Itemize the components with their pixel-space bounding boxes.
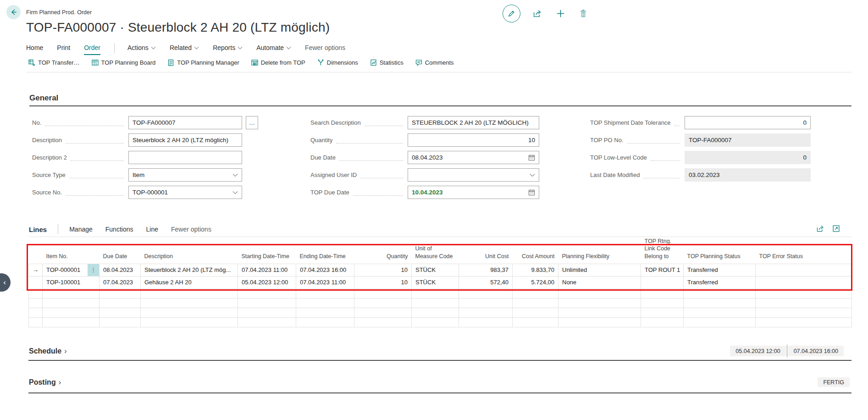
lines-menu-manage[interactable]: Manage [69, 226, 93, 233]
lines-menu-line[interactable]: Line [146, 226, 158, 233]
cell-due-date[interactable]: 07.04.2023 [100, 276, 141, 288]
source-no-select[interactable]: TOP-000001 [128, 186, 242, 199]
col-uom-code[interactable]: Unit of Measure Code [412, 238, 459, 264]
calendar-icon[interactable] [528, 154, 535, 161]
dimensions-branch-icon [317, 59, 324, 66]
order-actionbar: TOP Transfer… TOP Planning Board TOP Pla… [28, 59, 466, 66]
col-ending-datetime[interactable]: Ending Date-Time [296, 238, 354, 264]
cell-unit-cost[interactable]: 572,40 [459, 276, 513, 288]
top-shipment-tolerance-field[interactable]: 0 [685, 116, 811, 129]
menu-print[interactable]: Print [57, 43, 70, 54]
col-top-error-status[interactable]: TOP Error Status [756, 238, 852, 264]
description2-field[interactable] [128, 151, 242, 164]
due-date-field[interactable]: 08.04.2023 [408, 151, 539, 164]
dotted-leader [674, 119, 680, 126]
top-low-level-code-label: TOP Low-Level Code [590, 154, 647, 161]
dotted-leader [365, 119, 403, 126]
back-button[interactable] [6, 5, 21, 19]
menu-reports[interactable]: Reports [213, 43, 243, 54]
lines-menu-fewer-options[interactable]: Fewer options [171, 226, 211, 233]
delete-button[interactable] [577, 8, 589, 20]
source-type-select[interactable]: Item [128, 168, 242, 182]
col-cost-amount[interactable]: Cost Amount [513, 238, 558, 264]
col-top-rtng-link[interactable]: TOP Rtng. Link Code Belong to [641, 238, 684, 264]
col-unit-cost[interactable]: Unit Cost [459, 238, 513, 264]
cell-ending-datetime[interactable]: 07.04.2023 16:00 [296, 264, 354, 276]
action-dimensions[interactable]: Dimensions [317, 59, 358, 66]
search-description-field[interactable]: STEUERBLOCK 2 AH 20 (LTZ MÖGLICH) [408, 116, 539, 129]
quantity-label: Quantity [310, 137, 332, 144]
col-due-date[interactable]: Due Date [100, 238, 141, 264]
col-top-planning-status[interactable]: TOP Planning Status [684, 238, 756, 264]
cell-planning-flexibility[interactable]: None [558, 276, 641, 288]
calendar-icon[interactable] [528, 189, 535, 196]
col-planning-flexibility[interactable]: Planning Flexibility [558, 238, 641, 264]
cell-ending-datetime[interactable]: 07.04.2023 11:00 [296, 276, 354, 288]
menu-home[interactable]: Home [26, 43, 43, 54]
cell-top-planning-status[interactable]: Transferred [684, 276, 756, 288]
cell-starting-datetime[interactable]: 07.04.2023 11:00 [238, 264, 296, 276]
menu-actions[interactable]: Actions [127, 43, 156, 54]
menu-automate[interactable]: Automate [256, 43, 291, 54]
search-description-label: Search Description [310, 119, 361, 126]
description-field[interactable]: Steuerblock 2 AH 20 (LTZ möglich) [128, 133, 242, 147]
cell-top-rtng-link[interactable] [641, 276, 684, 288]
general-section-heading[interactable]: General [29, 94, 58, 103]
menu-related[interactable]: Related [170, 43, 199, 54]
cell-description[interactable]: Gehäuse 2 AH 20 [141, 276, 238, 288]
action-statistics[interactable]: Statistics [370, 59, 404, 66]
cell-starting-datetime[interactable]: 05.04.2023 12:00 [238, 276, 296, 288]
col-item-no[interactable]: Item No. [43, 238, 100, 264]
trash-icon [579, 9, 587, 18]
cell-cost-amount[interactable]: 9.833,70 [513, 264, 558, 276]
lines-heading[interactable]: Lines [29, 226, 47, 233]
assigned-user-select[interactable] [408, 168, 539, 182]
statistics-chart-icon [370, 59, 377, 66]
cell-top-rtng-link[interactable]: TOP ROUT 1 [641, 264, 684, 276]
lines-menu-functions[interactable]: Functions [105, 226, 133, 233]
new-button[interactable] [554, 8, 566, 20]
action-top-planning-board[interactable]: TOP Planning Board [92, 59, 156, 66]
last-date-modified-label: Last Date Modified [590, 171, 640, 178]
schedule-section-heading[interactable]: Schedule › [29, 347, 66, 355]
cell-due-date[interactable]: 08.04.2023 [100, 264, 141, 276]
source-type-label: Source Type [32, 171, 66, 178]
cell-quantity[interactable]: 10 [354, 276, 412, 288]
menu-order[interactable]: Order [84, 43, 100, 55]
col-quantity[interactable]: Quantity [354, 238, 412, 264]
action-top-transfer[interactable]: TOP Transfer… [28, 59, 80, 66]
cell-planning-flexibility[interactable]: Unlimited [558, 264, 641, 276]
cell-top-error-status[interactable] [756, 264, 852, 276]
col-starting-datetime[interactable]: Starting Date-Time [238, 238, 296, 264]
action-top-planning-manager[interactable]: TOP Planning Manager [167, 59, 239, 66]
lines-expand-icon[interactable] [832, 225, 840, 232]
menu-fewer-options[interactable]: Fewer options [305, 43, 345, 54]
action-delete-from-top[interactable]: Delete from TOP [251, 59, 305, 66]
cell-top-planning-status[interactable]: Transferred [684, 264, 756, 276]
share-button[interactable] [531, 8, 543, 20]
cell-cost-amount[interactable]: 5.724,00 [513, 276, 558, 288]
top-po-no-label: TOP PO No. [590, 137, 624, 144]
panel-toggle-button[interactable]: ‹ [0, 273, 11, 292]
chevron-down-icon [238, 46, 243, 50]
menu-divider [114, 43, 115, 53]
quantity-field[interactable]: 10 [408, 133, 539, 147]
cell-quantity[interactable]: 10 [354, 264, 412, 276]
cell-top-error-status[interactable] [756, 276, 852, 288]
edit-button[interactable] [503, 5, 520, 22]
top-due-date-field[interactable]: 10.04.2023 [408, 186, 539, 199]
col-description[interactable]: Description [141, 238, 238, 264]
cell-uom-code[interactable]: STÜCK [412, 264, 459, 276]
action-comments[interactable]: Comments [415, 59, 454, 66]
no-assist-edit-button[interactable]: … [246, 116, 258, 129]
cell-description[interactable]: Steuerblock 2 AH 20 (LTZ mög... [141, 264, 238, 276]
posting-section-heading[interactable]: Posting › [29, 378, 61, 387]
cell-unit-cost[interactable]: 983,37 [459, 264, 513, 276]
no-field[interactable]: TOP-FA000007 [128, 116, 242, 129]
source-no-label: Source No. [32, 189, 62, 196]
cell-item-no[interactable]: TOP-100001 [43, 276, 100, 288]
cell-item-no[interactable]: TOP-000001 ⋮ [43, 264, 100, 276]
lines-share-icon[interactable] [816, 225, 825, 232]
row-menu-icon[interactable]: ⋮ [88, 264, 99, 276]
cell-uom-code[interactable]: STÜCK [412, 276, 459, 288]
